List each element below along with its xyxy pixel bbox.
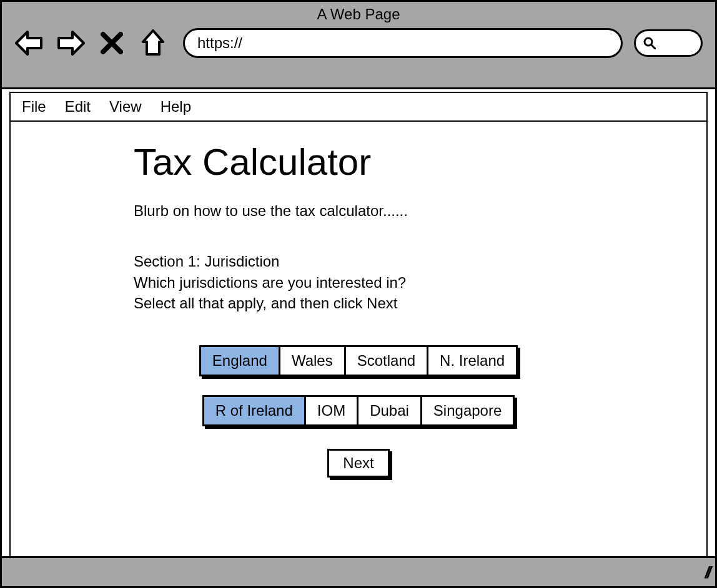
menu-help[interactable]: Help (161, 98, 191, 115)
browser-window: A Web Page (0, 0, 717, 588)
toggle-england[interactable]: England (201, 347, 280, 375)
section-instruction: Select all that apply, and then click Ne… (134, 293, 583, 314)
browser-title: A Web Page (2, 2, 715, 23)
browser-chrome: A Web Page (2, 2, 715, 89)
forward-icon[interactable] (56, 28, 86, 58)
toggle-n-ireland[interactable]: N. Ireland (428, 347, 516, 375)
toggle-singapore[interactable]: Singapore (422, 397, 513, 424)
toggle-scotland[interactable]: Scotland (346, 347, 428, 375)
status-bar: // (2, 556, 715, 586)
page-blurb: Blurb on how to use the tax calculator..… (134, 202, 583, 220)
menu-edit[interactable]: Edit (65, 98, 91, 115)
toggle-r-of-ireland[interactable]: R of Ireland (204, 397, 306, 424)
toggle-wales[interactable]: Wales (280, 347, 346, 375)
search-icon (643, 37, 656, 49)
search-box[interactable] (634, 29, 703, 57)
section-question: Which jurisdictions are you interested i… (134, 272, 583, 293)
menu-bar: File Edit View Help (9, 92, 708, 122)
page-content: Tax Calculator Blurb on how to use the t… (9, 122, 708, 556)
back-icon[interactable] (14, 28, 44, 58)
section-heading: Section 1: Jurisdiction (134, 251, 583, 272)
jurisdiction-row-1: England Wales Scotland N. Ireland (199, 345, 518, 376)
jurisdiction-row-2: R of Ireland IOM Dubai Singapore (202, 395, 515, 426)
toggle-iom[interactable]: IOM (306, 397, 358, 424)
page-title: Tax Calculator (134, 140, 583, 184)
menu-view[interactable]: View (109, 98, 142, 115)
toggle-dubai[interactable]: Dubai (358, 397, 422, 424)
browser-toolbar (2, 23, 715, 58)
section-block: Section 1: Jurisdiction Which jurisdicti… (134, 251, 583, 314)
url-input[interactable] (183, 28, 623, 58)
resize-grip-icon[interactable]: // (705, 563, 709, 582)
stop-icon[interactable] (97, 28, 127, 58)
menu-file[interactable]: File (22, 98, 46, 115)
next-button[interactable]: Next (327, 449, 389, 478)
svg-line-1 (651, 45, 655, 49)
home-icon[interactable] (138, 28, 168, 58)
